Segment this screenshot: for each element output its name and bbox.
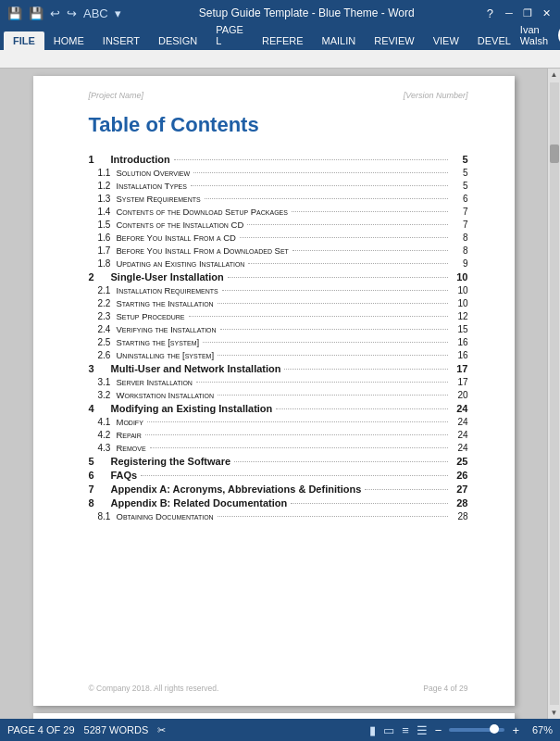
- scroll-up-arrow[interactable]: ▲: [549, 69, 560, 81]
- toc-title: Table of Contents: [89, 113, 468, 137]
- scroll-track[interactable]: [550, 82, 559, 705]
- close-button[interactable]: ✕: [538, 6, 554, 20]
- window-controls: ─ ❐ ✕: [501, 6, 554, 20]
- help-icon[interactable]: ?: [487, 6, 493, 20]
- toc-page-num: 24: [452, 403, 468, 414]
- title-bar: 💾 💾 ↩ ↪ ABC ▾ Setup Guide Template - Blu…: [0, 0, 560, 26]
- toc-row: 6FAQs26: [89, 468, 468, 482]
- toc-row: 1.5Contents of the Installation CD7: [89, 218, 468, 231]
- toc-entry-title: Contents of the Download Setup Packages: [117, 207, 288, 217]
- toc-dots: [247, 224, 447, 225]
- toc-row: 1.6Before You Install From a CD8: [89, 231, 468, 244]
- tab-home[interactable]: HOME: [44, 31, 93, 50]
- window-title: Setup Guide Template - Blue Theme - Word: [131, 6, 483, 19]
- toc-row: 1.4Contents of the Download Setup Packag…: [89, 205, 468, 218]
- toc-page-num: 5: [452, 154, 468, 165]
- tab-review[interactable]: REVIEW: [365, 31, 423, 50]
- zoom-out-icon[interactable]: −: [435, 723, 442, 737]
- toc-entry-title: Workstation Installation: [117, 390, 215, 400]
- toc-entry-title: Before You Install From a CD: [117, 232, 236, 243]
- minimize-button[interactable]: ─: [501, 6, 517, 20]
- toc-dots: [292, 250, 448, 251]
- save2-icon[interactable]: 💾: [27, 6, 45, 20]
- toc-dots: [174, 159, 448, 160]
- toc-num: 1.5: [89, 220, 117, 230]
- tab-devel[interactable]: DEVEL: [468, 31, 520, 50]
- scroll-down-arrow[interactable]: ▼: [549, 707, 560, 719]
- zoom-in-icon[interactable]: +: [512, 723, 519, 737]
- more-icon[interactable]: ▾: [113, 6, 123, 20]
- toc-dots: [218, 395, 447, 396]
- toc-entry-title: FAQs: [111, 470, 138, 481]
- toc-entry-title: Modify: [117, 417, 143, 427]
- word-count: 5287 WORDS: [84, 724, 149, 736]
- zoom-thumb[interactable]: [490, 724, 499, 734]
- toc-page-num: 24: [452, 417, 468, 427]
- toc-num: 3.1: [89, 377, 117, 387]
- toc-row: 2.5Starting the [system]16: [89, 335, 468, 348]
- toc-row: 8.1Obtaining Documentation28: [89, 509, 468, 522]
- toc-dots: [234, 461, 447, 462]
- user-name: Ivan Walsh: [520, 24, 554, 46]
- toc-num: 8.1: [89, 511, 117, 521]
- toc-num: 1: [89, 154, 111, 165]
- toc-page-num: 5: [452, 168, 468, 178]
- tab-pagel[interactable]: PAGE L: [206, 20, 253, 50]
- tab-mailin[interactable]: MAILIN: [313, 31, 366, 50]
- toc-dots: [147, 421, 448, 422]
- toc-row: 2.6Uninstalling the [system]16: [89, 348, 468, 361]
- toc-num: 2.4: [89, 324, 117, 334]
- tab-insert[interactable]: INSERT: [93, 31, 149, 50]
- spell-icon[interactable]: ABC: [81, 6, 110, 20]
- toc-row: 2.4Verifying the Installation15: [89, 322, 468, 335]
- tab-file[interactable]: FILE: [4, 31, 44, 50]
- header-right: [Version Number]: [404, 91, 468, 100]
- view-print-icon[interactable]: ▮: [369, 723, 376, 737]
- toc-dots: [193, 172, 447, 173]
- toc-dots: [228, 277, 448, 278]
- scrollbar-right[interactable]: ▲ ▼: [547, 69, 560, 719]
- save-icon[interactable]: 💾: [6, 6, 24, 20]
- redo-icon[interactable]: ↪: [65, 6, 79, 20]
- toc-row: 4.2Repair24: [89, 428, 468, 441]
- zoom-level[interactable]: 67%: [527, 724, 553, 735]
- toc-page-num: 8: [452, 232, 468, 243]
- toc-row: 2.3Setup Procedure12: [89, 309, 468, 322]
- toc-num: 1.6: [89, 232, 117, 243]
- view-draft-icon[interactable]: ☰: [417, 723, 428, 737]
- toc-entries: 1Introduction51.1Solution Overview51.2In…: [89, 152, 468, 522]
- main-area: [Project Name] [Version Number] Table of…: [0, 69, 560, 719]
- toc-dots: [196, 382, 448, 383]
- toc-entry-title: Obtaining Documentation: [117, 511, 214, 521]
- toc-row: 1Introduction5: [89, 152, 468, 166]
- toc-entry-title: Starting the Installation: [117, 298, 214, 308]
- scroll-thumb[interactable]: [550, 144, 559, 163]
- toc-dots: [205, 198, 448, 199]
- ribbon-content: [0, 50, 560, 69]
- toc-row: 2Single-User Installation10: [89, 270, 468, 283]
- toc-page-num: 16: [452, 350, 468, 360]
- tab-refere[interactable]: REFERE: [253, 31, 313, 50]
- view-outline-icon[interactable]: ≡: [402, 723, 409, 737]
- track-icon[interactable]: ✂: [157, 724, 166, 736]
- toc-entry-title: Single-User Installation: [111, 271, 224, 283]
- toc-dots: [222, 290, 448, 291]
- toc-entry-title: Before You Install From a Downloaded Set: [117, 245, 289, 256]
- toc-num: 3.2: [89, 390, 117, 400]
- tab-design[interactable]: DESIGN: [149, 31, 206, 50]
- undo-icon[interactable]: ↩: [48, 6, 62, 20]
- toc-page-num: 24: [452, 430, 468, 440]
- toc-entry-title: Registering the Software: [111, 456, 231, 467]
- toc-entry-title: Updating an Existing Installation: [117, 258, 245, 269]
- toc-entry-title: Appendix B: Related Documentation: [111, 497, 288, 509]
- restore-button[interactable]: ❐: [519, 6, 536, 20]
- tab-view[interactable]: VIEW: [424, 31, 468, 50]
- toc-page-num: 26: [452, 470, 468, 481]
- toc-page-num: 8: [452, 245, 468, 256]
- zoom-slider[interactable]: [449, 728, 504, 732]
- view-web-icon[interactable]: ▭: [383, 723, 394, 737]
- toc-page-num: 9: [452, 258, 468, 269]
- toc-entry-title: Multi-User and Network Installation: [111, 363, 281, 374]
- toc-dots: [248, 263, 447, 264]
- toc-row: 3.1Server Installation17: [89, 375, 468, 388]
